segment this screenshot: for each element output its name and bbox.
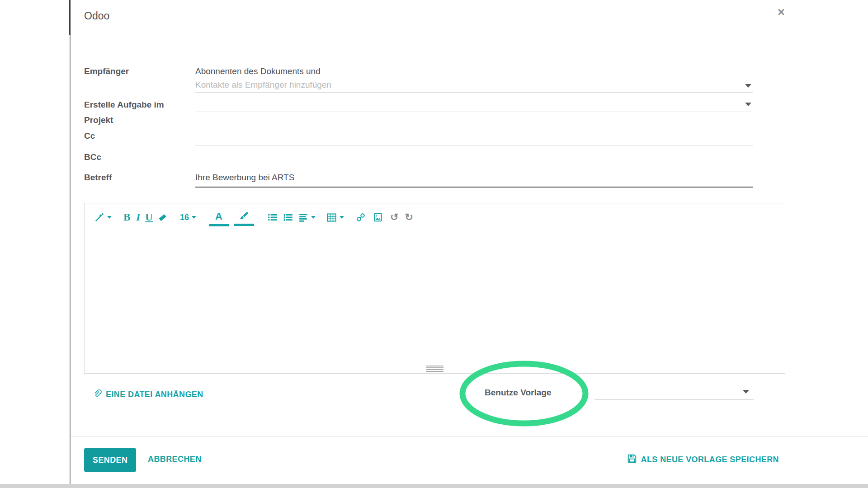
save-as-template-button[interactable]: ALS NEUE VORLAGE SPEICHERN bbox=[627, 454, 779, 466]
message-body-editor: B I U 16 A bbox=[84, 203, 785, 374]
save-as-template-label: ALS NEUE VORLAGE SPEICHERN bbox=[641, 455, 779, 465]
bold-button[interactable]: B bbox=[123, 211, 130, 224]
page-bottom-strip bbox=[0, 484, 868, 488]
chevron-down-icon bbox=[311, 216, 316, 219]
editor-toolbar: B I U 16 A bbox=[94, 211, 413, 226]
project-task-label: Erstelle Aufgabe im Projekt bbox=[84, 97, 185, 128]
image-icon bbox=[373, 212, 383, 222]
eraser-icon bbox=[157, 212, 167, 222]
insert-image-button[interactable] bbox=[373, 211, 383, 224]
style-dropdown[interactable] bbox=[94, 211, 112, 224]
paperclip-icon bbox=[92, 389, 102, 400]
recipients-label: Empfänger bbox=[84, 64, 185, 79]
font-size-value: 16 bbox=[180, 211, 189, 224]
table-icon bbox=[326, 212, 337, 223]
background-color-button[interactable] bbox=[234, 211, 254, 226]
background-color-bar bbox=[234, 224, 254, 226]
subject-underline-focused bbox=[195, 187, 753, 188]
remove-format-button[interactable] bbox=[157, 211, 167, 224]
magic-wand-icon bbox=[94, 212, 104, 222]
text-color-button[interactable]: A bbox=[209, 211, 229, 226]
table-dropdown[interactable] bbox=[326, 211, 344, 224]
font-size-dropdown[interactable]: 16 bbox=[180, 211, 196, 224]
underline-button[interactable]: U bbox=[145, 211, 153, 224]
bullet-list-button[interactable] bbox=[268, 211, 278, 224]
recipients-input[interactable]: Kontakte als Empfänger hinzufügen bbox=[195, 77, 753, 93]
text-color-bar bbox=[209, 224, 229, 226]
recipients-dropdown-caret-icon[interactable] bbox=[745, 84, 751, 88]
recipients-underline bbox=[195, 92, 753, 93]
recipients-value[interactable]: Abonnenten des Dokuments und bbox=[195, 64, 753, 79]
italic-button[interactable]: I bbox=[136, 211, 140, 224]
modal-left-edge bbox=[70, 0, 71, 488]
chevron-down-icon bbox=[192, 216, 196, 219]
project-task-underline bbox=[195, 112, 753, 112]
insert-link-button[interactable] bbox=[356, 211, 366, 224]
cc-label: Cc bbox=[84, 128, 185, 144]
cc-underline bbox=[195, 145, 753, 145]
numbered-list-button[interactable] bbox=[283, 211, 293, 224]
chevron-down-icon bbox=[340, 216, 344, 219]
floppy-disk-icon bbox=[627, 454, 637, 466]
subject-input[interactable]: Ihre Bewerbung bei ARTS bbox=[195, 170, 753, 185]
modal-left-edge-cap bbox=[69, 0, 71, 35]
dialog-title: Odoo bbox=[84, 10, 109, 22]
cancel-button[interactable]: ABBRECHEN bbox=[148, 455, 202, 464]
footer-divider bbox=[71, 436, 868, 437]
use-template-label: Benutze Vorlage bbox=[485, 388, 551, 398]
link-icon bbox=[356, 212, 366, 222]
use-template-dropdown-caret-icon[interactable] bbox=[743, 390, 749, 394]
undo-button[interactable]: ↺ bbox=[390, 211, 398, 224]
attach-file-button[interactable]: EINE DATEI ANHÄNGEN bbox=[92, 389, 203, 400]
bcc-underline bbox=[195, 166, 753, 166]
redo-button[interactable]: ↻ bbox=[405, 211, 413, 224]
use-template-underline bbox=[594, 399, 754, 400]
editor-resize-handle[interactable] bbox=[426, 366, 443, 372]
text-color-letter: A bbox=[215, 211, 222, 222]
attach-file-label: EINE DATEI ANHÄNGEN bbox=[106, 390, 203, 399]
list-ol-icon bbox=[283, 212, 293, 222]
email-compose-dialog: Odoo × Empfänger Abonnenten des Dokument… bbox=[0, 0, 868, 488]
bcc-label: BCc bbox=[84, 150, 185, 165]
paintbrush-icon bbox=[239, 211, 250, 224]
project-task-dropdown-caret-icon[interactable] bbox=[745, 103, 751, 106]
chevron-down-icon bbox=[107, 216, 112, 219]
editor-content-area[interactable] bbox=[85, 231, 784, 362]
alignment-dropdown[interactable] bbox=[298, 211, 316, 224]
list-ul-icon bbox=[268, 212, 278, 222]
close-icon[interactable]: × bbox=[778, 6, 785, 19]
subject-label: Betreff bbox=[84, 170, 185, 185]
send-button[interactable]: SENDEN bbox=[84, 448, 136, 472]
align-icon bbox=[298, 212, 308, 222]
